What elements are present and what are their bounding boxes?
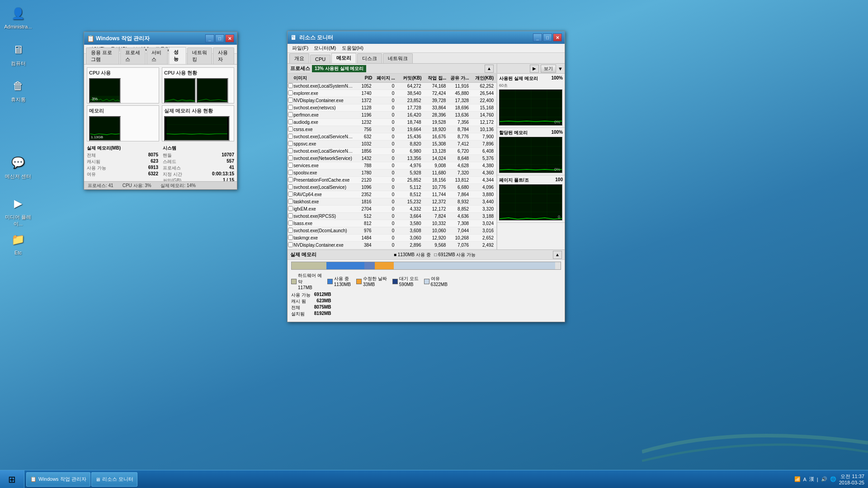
tab-services[interactable]: 서비스: [146, 47, 168, 64]
rm-window-controls: _ □ ✕: [533, 33, 562, 42]
process-list-item[interactable]: sppsvc.exe 1032 0 8,820 15,308 7,412 7,8…: [288, 141, 496, 148]
tab-apps[interactable]: 응용 프로그램: [86, 47, 119, 64]
process-list-item[interactable]: PresentationFontCache.exe 2120 0 25,852 …: [288, 177, 496, 184]
memory-expand-btn[interactable]: ▲: [553, 251, 562, 259]
process-list[interactable]: svchost.exe(LocalSystemNet... 1052 0 64,…: [288, 83, 496, 249]
svg-rect-5: [166, 117, 227, 140]
process-list-item[interactable]: services.exe 788 0 4,976 9,008 4,628 4,3…: [288, 162, 496, 169]
rm-tab-disk[interactable]: 디스크: [357, 53, 382, 63]
tm-cpu-section: CPU 사용 3% CPU 사용 현황: [87, 67, 234, 103]
resource-monitor-taskbar-item[interactable]: 🖥 리소스 모니터: [91, 472, 137, 487]
process-count: 프로세스: 41: [88, 183, 113, 189]
process-list-item[interactable]: perfmon.exe 1196 0 16,420 28,396 13,636 …: [288, 112, 496, 119]
col-header-work[interactable]: 작업 집...: [425, 75, 449, 81]
process-list-item[interactable]: svchost.exe(DcomLaunch) 976 0 3,608 10,0…: [288, 227, 496, 235]
desktop-icon-media[interactable]: ▶ 미디어 플레이...: [2, 194, 34, 227]
memory-history-graph: [164, 116, 230, 141]
resource-monitor-title: 리소스 모니터: [299, 34, 533, 42]
process-list-item[interactable]: NVDisplay.Container.exe 384 0 2,896 9,56…: [288, 242, 496, 249]
col-header-kernel[interactable]: 커밋(KB): [398, 75, 425, 81]
clock-time: 오전 11:37: [839, 473, 864, 480]
process-list-item[interactable]: igfxEM.exe 2704 0 4,332 12,172 8,852 3,3…: [288, 206, 496, 213]
memory-in-use: ■ 1130MB 사용 중: [394, 252, 431, 258]
process-list-item[interactable]: taskhost.exe 1816 0 15,232 12,372 8,932 …: [288, 198, 496, 206]
tab-processes[interactable]: 프로세스: [120, 47, 145, 64]
memory-label: 메모리: [89, 108, 157, 114]
process-list-item[interactable]: spoolsv.exe 1780 0 5,928 11,680 7,320 4,…: [288, 169, 496, 177]
hardware-reserved-segment: [292, 262, 326, 269]
close-button[interactable]: ✕: [225, 34, 234, 42]
tab-performance[interactable]: 성능: [169, 47, 186, 64]
free-segment: [394, 262, 555, 269]
maximize-button[interactable]: □: [215, 34, 224, 42]
right-panel-header: ▶ 보기 ▼: [497, 64, 565, 74]
memory-usage-section: 메모리 1.13GB: [87, 105, 159, 141]
desktop-icon-admin[interactable]: 👤 Administra...: [2, 5, 34, 29]
process-list-item[interactable]: svchost.exe(LocalServiceNoN... 1856 0 6,…: [288, 148, 496, 155]
task-manager-taskbar-item[interactable]: 📋 Windows 작업 관리자: [26, 472, 90, 487]
tab-networking[interactable]: 네트워킹: [187, 47, 212, 64]
in-use-segment: [326, 262, 364, 269]
legend-standby: 대기 오드590MB: [392, 272, 419, 290]
col-header-pid[interactable]: PID: [356, 75, 375, 80]
col-header-page[interactable]: 페이지 ...: [375, 75, 398, 81]
rm-maximize-button[interactable]: □: [543, 33, 552, 42]
rm-tab-overview[interactable]: 개요: [289, 53, 309, 63]
desktop-icon-recycle[interactable]: 🗑 휴지통: [2, 77, 34, 103]
process-list-item[interactable]: audiodg.exe 1232 0 18,748 19,528 7,356 1…: [288, 119, 496, 126]
expand-button[interactable]: ▲: [485, 65, 494, 73]
desktop-icon-computer[interactable]: 🖥 컴퓨터: [2, 41, 34, 67]
cpu-history-graph2: [197, 78, 228, 103]
process-list-item[interactable]: RAVCp64.exe 2352 0 8,512 11,744 7,864 3,…: [288, 191, 496, 198]
start-button[interactable]: ⊞: [0, 470, 24, 488]
legend-in-use: 사용 중1130MB: [327, 272, 351, 290]
process-list-item[interactable]: svchost.exe(LocalService) 1096 0 5,112 1…: [288, 184, 496, 191]
page-fault-value: 0: [558, 215, 560, 219]
process-list-item[interactable]: explorer.exe 1740 0 38,540 72,424 45,880…: [288, 90, 496, 97]
view-button[interactable]: 보기: [541, 65, 556, 73]
desktop-icon-messenger[interactable]: 💬 메신저 센터: [2, 154, 34, 180]
cpu-percent: 3%: [92, 97, 98, 101]
rm-tabs: 개요 CPU 메모리 디스크 네트워크: [288, 53, 565, 64]
process-list-item[interactable]: lsass.exe 812 0 3,580 10,332 7,308 3,024: [288, 220, 496, 227]
resource-monitor-titlebar[interactable]: 🖥 리소스 모니터 _ □ ✕: [288, 31, 565, 44]
rm-close-button[interactable]: ✕: [553, 33, 562, 42]
tray-ime-korean: 漢: [809, 476, 814, 483]
system-clock[interactable]: 오전 11:37 2018-03-25: [839, 473, 864, 485]
system-stats: 시스템 핸들10707 스레드557 프로세스41 지정 시간0:00:13:1…: [163, 145, 234, 181]
rm-menu-file[interactable]: 파일(F): [289, 44, 311, 52]
rm-menu-monitor[interactable]: 모니터(M): [311, 44, 339, 52]
rm-tab-cpu[interactable]: CPU: [310, 55, 330, 63]
memory-graph: 1.13GB: [89, 116, 121, 141]
process-list-item[interactable]: svchost.exe(LocalSystemNet... 1052 0 64,…: [288, 83, 496, 90]
process-list-item[interactable]: svchost.exe(RPCSS) 512 0 3,664 7,824 4,6…: [288, 213, 496, 220]
process-list-item[interactable]: svchost.exe(netsvcs) 1128 0 17,728 33,86…: [288, 104, 496, 112]
svg-rect-8: [500, 90, 562, 126]
memory-bar: [291, 262, 561, 270]
desktop-icon-etc[interactable]: 📁 Etc: [2, 230, 34, 255]
process-list-item[interactable]: taskmgr.exe 1484 0 3,060 12,920 10,268 2…: [288, 235, 496, 242]
media-icon: ▶: [9, 194, 27, 212]
task-manager-tabs: 응용 프로그램 프로세스 서비스 성능 네트워킹 사용자: [84, 54, 237, 65]
rm-tab-memory[interactable]: 메모리: [331, 53, 356, 63]
dropdown-arrow[interactable]: ▼: [558, 66, 563, 71]
process-list-item[interactable]: svchost.exe(NetworkService) 1432 0 13,35…: [288, 155, 496, 162]
col-header-image[interactable]: 이미지: [293, 75, 356, 81]
rm-minimize-button[interactable]: _: [533, 33, 542, 42]
cpu-history-graphs: [164, 78, 232, 103]
task-manager-window: 📋 Windows 작업 관리자 _ □ ✕ 파일(F) 옵션(O) 보기(V)…: [84, 32, 237, 190]
col-header-shared[interactable]: 공유 가...: [449, 75, 472, 81]
process-list-item[interactable]: csrss.exe 756 0 19,664 18,920 8,784 10,1…: [288, 126, 496, 133]
process-list-item[interactable]: NVDisplay.Container.exe 1372 0 23,852 39…: [288, 97, 496, 104]
process-list-item[interactable]: svchost.exe(LocalServiceNet... 632 0 15,…: [288, 133, 496, 141]
right-expand-btn[interactable]: ▶: [530, 65, 539, 73]
rm-tab-network[interactable]: 네트워크: [383, 53, 413, 63]
tab-users[interactable]: 사용자: [213, 47, 234, 64]
memory-history-label: 실제 메모리 사용 현황: [164, 108, 232, 114]
rm-menu-help[interactable]: 도움말(H): [339, 44, 366, 52]
page-fault-label: 페이지 폴트/조 100: [499, 177, 563, 183]
task-manager-titlebar[interactable]: 📋 Windows 작업 관리자 _ □ ✕: [84, 32, 237, 45]
minimize-button[interactable]: _: [205, 34, 214, 42]
modified-segment: [364, 262, 375, 269]
col-header-private[interactable]: 개인(KB): [472, 75, 496, 81]
